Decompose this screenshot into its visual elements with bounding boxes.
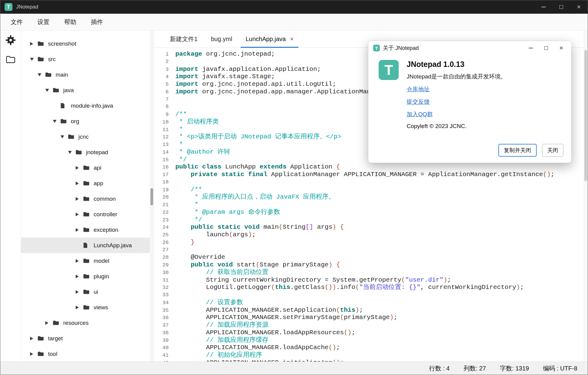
folder-icon bbox=[83, 212, 91, 217]
close-button[interactable]: × bbox=[554, 41, 569, 55]
code-text: /** bbox=[175, 186, 202, 194]
tree-item-resources[interactable]: resources bbox=[21, 315, 154, 331]
status-bar: 行数 : 4列数: 27字数: 1319编码 : UTF-8 bbox=[0, 362, 588, 375]
tree-item-exception[interactable]: exception bbox=[21, 222, 154, 238]
explorer-button[interactable] bbox=[4, 53, 18, 67]
tree-item-org[interactable]: org bbox=[21, 113, 154, 129]
line-number: 21 bbox=[154, 201, 169, 209]
chevron-right-icon[interactable] bbox=[76, 228, 83, 232]
link-qq-group[interactable]: 加入QQ群 bbox=[407, 110, 433, 118]
code-line: 26 } bbox=[154, 239, 588, 246]
folder-icon bbox=[45, 72, 53, 77]
chevron-right-icon[interactable] bbox=[30, 337, 37, 340]
tree-item-api[interactable]: api bbox=[21, 160, 154, 175]
line-number: 1 bbox=[154, 51, 169, 58]
tree-item-lunchapp-java[interactable]: LunchApp.java bbox=[21, 238, 154, 253]
close-button[interactable]: × bbox=[570, 0, 588, 14]
tree-scrollbar[interactable] bbox=[150, 31, 154, 362]
code-line: 36 APPLICATION_MANAGER.setPrimaryStage(p… bbox=[154, 314, 588, 321]
chevron-right-icon[interactable] bbox=[76, 182, 83, 185]
line-number: 16 bbox=[154, 164, 169, 171]
chevron-right-icon[interactable] bbox=[76, 306, 83, 309]
tab-new-file-1[interactable]: 新建文件1 bbox=[163, 31, 204, 47]
tree-item-module-info-java[interactable]: module-info.java bbox=[21, 98, 154, 113]
tree-item-tool[interactable]: tool bbox=[21, 346, 154, 362]
copy-and-close-button[interactable]: 复制并关闭 bbox=[498, 144, 537, 157]
tree-item-label: LunchApp.java bbox=[94, 242, 132, 249]
code-line: 23 */ bbox=[154, 216, 588, 224]
chevron-down-icon[interactable] bbox=[45, 89, 53, 92]
tree-item-plugin[interactable]: plugin bbox=[21, 269, 154, 284]
folder-icon bbox=[60, 119, 68, 124]
tree-item-jcnc[interactable]: jcnc bbox=[21, 129, 154, 144]
close-button[interactable]: 关闭 bbox=[542, 144, 563, 157]
editor-scrollbar-thumb[interactable] bbox=[584, 50, 587, 181]
chevron-right-icon[interactable] bbox=[30, 42, 37, 46]
app-name: JNotepad 1.0.13 bbox=[407, 60, 506, 69]
tab-lunchapp-java[interactable]: LunchApp.java× bbox=[239, 31, 300, 47]
tree-item-app[interactable]: app bbox=[21, 175, 154, 191]
code-text: package org.jcnc.jnotepad; bbox=[175, 50, 275, 58]
link-repo[interactable]: 仓库地址 bbox=[407, 85, 430, 93]
app-logo-large: T bbox=[379, 60, 399, 80]
tree-item-screenshot[interactable]: screenshot bbox=[21, 36, 154, 51]
tree-item-src[interactable]: src bbox=[21, 51, 154, 67]
tree-item-hidden-top[interactable] bbox=[21, 31, 154, 36]
menu-item-settings[interactable]: 设置 bbox=[30, 14, 57, 30]
chevron-right-icon[interactable] bbox=[76, 259, 83, 263]
code-text: // 加载应用程序资源 bbox=[175, 321, 269, 329]
minimize-button[interactable] bbox=[535, 0, 552, 14]
code-text: * @author 许轲 bbox=[175, 148, 230, 156]
link-feedback[interactable]: 提交反馈 bbox=[407, 98, 430, 106]
menu-item-help[interactable]: 帮助 bbox=[57, 14, 84, 30]
line-number: 2 bbox=[154, 58, 169, 66]
tree-item-main[interactable]: main bbox=[21, 67, 154, 82]
tree-item-views[interactable]: views bbox=[21, 300, 154, 315]
tree-item-common[interactable]: common bbox=[21, 191, 154, 207]
editor-scrollbar[interactable] bbox=[583, 31, 588, 362]
menu-item-plugins[interactable]: 插件 bbox=[84, 14, 110, 30]
tree-item-jnotepad[interactable]: jnotepad bbox=[21, 144, 154, 160]
chevron-right-icon[interactable] bbox=[76, 166, 83, 170]
chevron-right-icon[interactable] bbox=[76, 290, 83, 294]
code-text: /** bbox=[175, 111, 187, 118]
code-text: public static void main(String[] args) { bbox=[175, 224, 344, 231]
tab-bug-yml[interactable]: bug.yml bbox=[204, 31, 239, 47]
file-tree-inner: screenshotsrcmainjavamodule-info.javaorg… bbox=[21, 31, 154, 362]
folder-icon bbox=[83, 227, 91, 232]
settings-button[interactable] bbox=[4, 34, 18, 48]
code-line: 21 * bbox=[154, 201, 588, 209]
line-number: 7 bbox=[154, 96, 169, 103]
line-number: 30 bbox=[154, 269, 169, 277]
code-line: 30 // 获取当前启动位置 bbox=[154, 269, 588, 276]
line-number: 4 bbox=[154, 73, 169, 81]
tree-item-controller[interactable]: controller bbox=[21, 207, 154, 222]
tree-item-target[interactable]: target bbox=[21, 331, 154, 346]
chevron-down-icon[interactable] bbox=[60, 135, 68, 138]
tree-item-model[interactable]: model bbox=[21, 253, 154, 269]
dialog-buttons: 复制并关闭关闭 bbox=[498, 144, 563, 157]
chevron-right-icon[interactable] bbox=[30, 352, 37, 356]
folder-icon bbox=[83, 305, 91, 310]
tree-item-java[interactable]: java bbox=[21, 82, 154, 98]
chevron-right-icon[interactable] bbox=[76, 275, 83, 278]
tree-scrollbar-thumb[interactable] bbox=[150, 188, 153, 205]
chevron-right-icon[interactable] bbox=[45, 321, 53, 325]
chevron-right-icon[interactable] bbox=[76, 213, 83, 216]
menu-item-file[interactable]: 文件 bbox=[3, 14, 30, 30]
chevron-down-icon[interactable] bbox=[53, 120, 60, 123]
maximize-button[interactable] bbox=[538, 41, 554, 55]
line-number: 29 bbox=[154, 262, 169, 269]
folder-icon bbox=[37, 351, 45, 356]
code-text: APPLICATION_MANAGER.setApplication(this)… bbox=[175, 307, 363, 314]
code-line: 32 LogUtil.getLogger(this.getClass()).in… bbox=[154, 284, 588, 291]
chevron-down-icon[interactable] bbox=[68, 151, 75, 154]
tree-item-ui[interactable]: ui bbox=[21, 284, 154, 300]
chevron-down-icon[interactable] bbox=[30, 58, 37, 61]
code-line: 29 public void start(Stage primaryStage)… bbox=[154, 261, 588, 269]
minimize-button[interactable] bbox=[523, 41, 538, 55]
maximize-button[interactable] bbox=[552, 0, 570, 14]
chevron-right-icon[interactable] bbox=[76, 197, 83, 201]
close-icon[interactable]: × bbox=[290, 36, 294, 43]
chevron-down-icon[interactable] bbox=[38, 73, 45, 76]
